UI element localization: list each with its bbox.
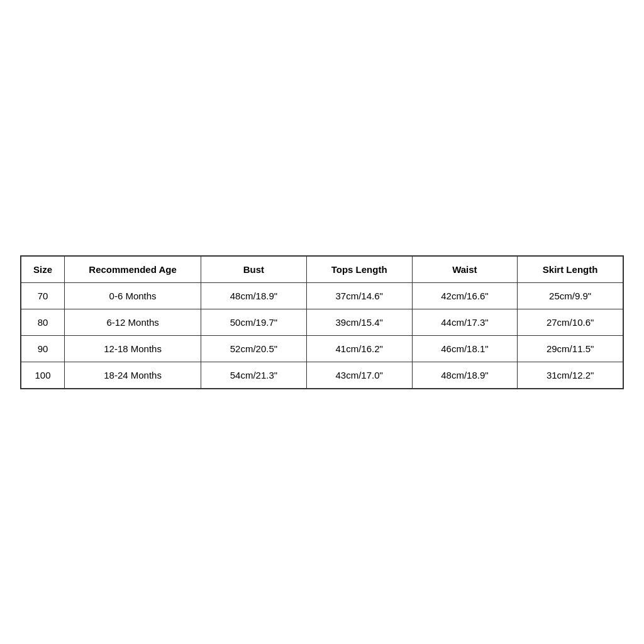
cell-waist-0: 42cm/16.6" <box>412 282 518 309</box>
cell-skirt_length-3: 31cm/12.2" <box>518 362 623 388</box>
size-chart-table: Size Recommended Age Bust Tops Length Wa… <box>21 256 623 389</box>
cell-skirt_length-1: 27cm/10.6" <box>518 309 623 335</box>
table-row: 700-6 Months48cm/18.9"37cm/14.6"42cm/16.… <box>21 282 623 309</box>
cell-size-2: 90 <box>21 335 65 362</box>
cell-tops_length-3: 43cm/17.0" <box>306 362 412 388</box>
cell-bust-1: 50cm/19.7" <box>201 309 307 335</box>
cell-waist-2: 46cm/18.1" <box>412 335 518 362</box>
cell-bust-3: 54cm/21.3" <box>201 362 307 388</box>
cell-tops_length-2: 41cm/16.2" <box>306 335 412 362</box>
cell-recommended_age-3: 18-24 Months <box>65 362 201 388</box>
cell-recommended_age-1: 6-12 Months <box>65 309 201 335</box>
table-row: 9012-18 Months52cm/20.5"41cm/16.2"46cm/1… <box>21 335 623 362</box>
size-chart-container: Size Recommended Age Bust Tops Length Wa… <box>20 255 624 389</box>
table-header-row: Size Recommended Age Bust Tops Length Wa… <box>21 256 623 282</box>
table-row: 10018-24 Months54cm/21.3"43cm/17.0"48cm/… <box>21 362 623 388</box>
header-skirt-length: Skirt Length <box>518 256 623 282</box>
cell-waist-1: 44cm/17.3" <box>412 309 518 335</box>
cell-bust-0: 48cm/18.9" <box>201 282 307 309</box>
cell-waist-3: 48cm/18.9" <box>412 362 518 388</box>
cell-size-0: 70 <box>21 282 65 309</box>
cell-bust-2: 52cm/20.5" <box>201 335 307 362</box>
cell-size-1: 80 <box>21 309 65 335</box>
cell-tops_length-0: 37cm/14.6" <box>306 282 412 309</box>
cell-size-3: 100 <box>21 362 65 388</box>
header-size: Size <box>21 256 65 282</box>
cell-recommended_age-0: 0-6 Months <box>65 282 201 309</box>
table-row: 806-12 Months50cm/19.7"39cm/15.4"44cm/17… <box>21 309 623 335</box>
header-bust: Bust <box>201 256 307 282</box>
header-recommended-age: Recommended Age <box>65 256 201 282</box>
header-tops-length: Tops Length <box>306 256 412 282</box>
cell-skirt_length-0: 25cm/9.9" <box>518 282 623 309</box>
cell-tops_length-1: 39cm/15.4" <box>306 309 412 335</box>
header-waist: Waist <box>412 256 518 282</box>
cell-recommended_age-2: 12-18 Months <box>65 335 201 362</box>
cell-skirt_length-2: 29cm/11.5" <box>518 335 623 362</box>
